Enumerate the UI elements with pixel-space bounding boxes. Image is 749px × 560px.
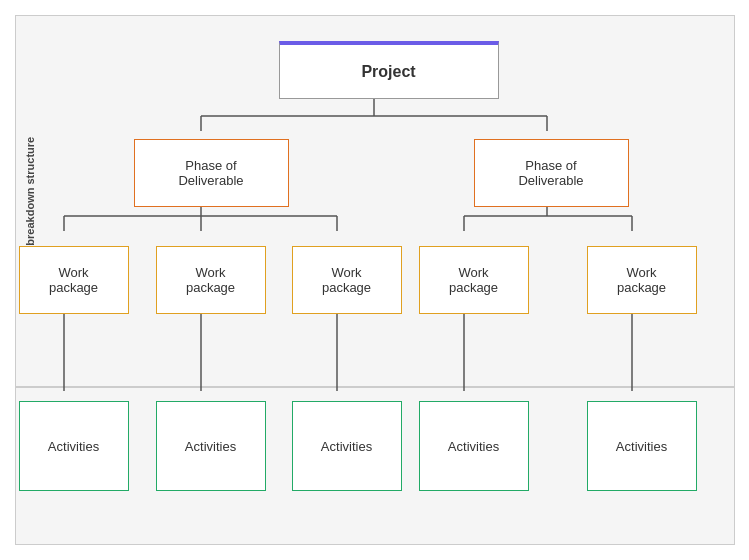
wbs-side-label: Work breakdown structure xyxy=(16,46,44,366)
diagram-content: Project Phase ofDeliverable Phase ofDeli… xyxy=(44,16,734,544)
diagram-container: Work breakdown structure Activities xyxy=(15,15,735,545)
activities-4-box: Activities xyxy=(419,401,529,491)
activities-5-box: Activities xyxy=(587,401,697,491)
activities-3-box: Activities xyxy=(292,401,402,491)
phase-left-box: Phase ofDeliverable xyxy=(134,139,289,207)
phase-right-box: Phase ofDeliverable xyxy=(474,139,629,207)
activities-1-box: Activities xyxy=(19,401,129,491)
wp-5-box: Workpackage xyxy=(587,246,697,314)
wp-3-box: Workpackage xyxy=(292,246,402,314)
project-box: Project xyxy=(279,41,499,99)
activities-section: Activities Activities Activities Activit… xyxy=(54,391,724,531)
wp-4-box: Workpackage xyxy=(419,246,529,314)
wbs-section: Project Phase ofDeliverable Phase ofDeli… xyxy=(54,31,724,381)
activities-2-box: Activities xyxy=(156,401,266,491)
wp-2-box: Workpackage xyxy=(156,246,266,314)
wp-1-box: Workpackage xyxy=(19,246,129,314)
